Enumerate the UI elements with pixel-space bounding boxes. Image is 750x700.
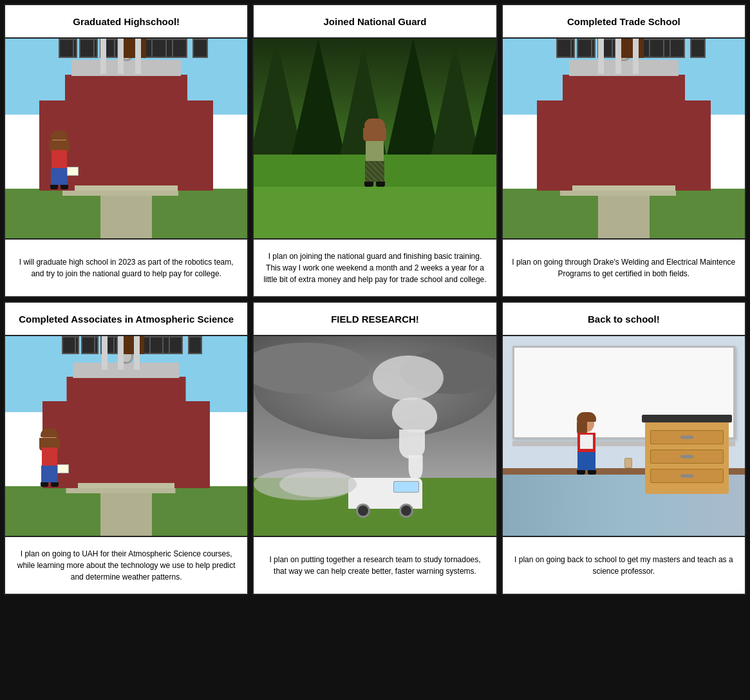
cell-graduated-highschool: Graduated Highschool! [4,4,248,298]
cell6-image [503,336,745,536]
cell5-title: FIELD RESEARCH! [254,303,496,336]
cell2-title: Joined National Guard [254,5,496,39]
cell-trade-school: Completed Trade School [502,4,746,298]
cell4-image [5,336,247,536]
cell-atmospheric-science: Completed Associates in Atmospheric Scie… [4,301,248,595]
cell2-desc: I plan on joining the national guard and… [254,238,496,296]
cell1-desc: I will graduate high school in 2023 as p… [5,238,247,296]
cell2-image [254,39,496,238]
cell1-image [5,39,247,238]
storyboard-grid: Graduated Highschool! [0,0,750,614]
cell4-desc: I plan on going to UAH for their Atmosph… [5,536,247,594]
cell4-title: Completed Associates in Atmospheric Scie… [5,303,247,336]
cell6-desc: I plan on going back to school to get my… [503,536,745,594]
cell-field-research: FIELD RESEARCH! [252,301,497,595]
cell3-desc: I plan on going through Drake's Welding … [503,238,745,296]
cell3-title: Completed Trade School [503,5,745,39]
cell5-desc: I plan on putting together a research te… [254,536,496,594]
cell5-image [254,336,496,536]
cell6-title: Back to school! [503,303,745,336]
cell-national-guard: Joined National Guard [252,4,497,298]
cell1-title: Graduated Highschool! [5,5,247,39]
cell-back-to-school: Back to school! [502,301,746,595]
cell3-image [503,39,745,238]
